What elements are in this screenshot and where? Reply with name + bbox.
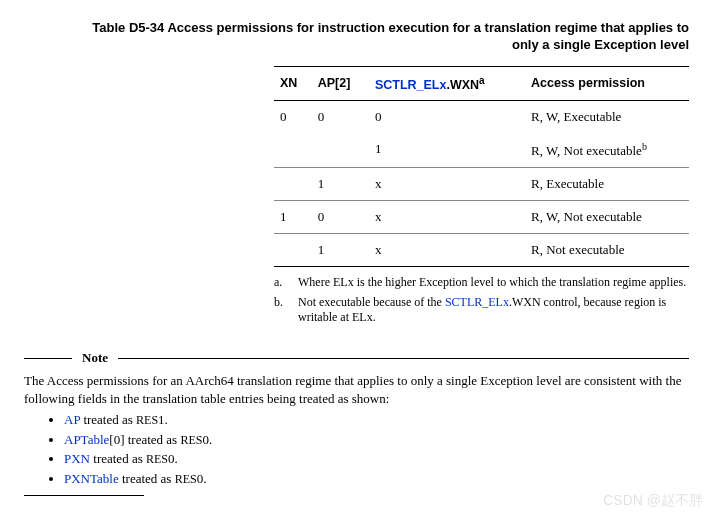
cell-wxn: x [369, 168, 525, 201]
table-row: 10xR, W, Not executable [274, 201, 689, 234]
cell-wxn: 1 [369, 133, 525, 168]
cell-xn [274, 133, 312, 168]
cell-permission: R, W, Executable [525, 100, 689, 133]
table-row: 000R, W, Executable [274, 100, 689, 133]
cell-xn: 1 [274, 201, 312, 234]
footnote-b-link[interactable]: SCTLR_ELx [445, 295, 509, 309]
permissions-table: XN AP[2] SCTLR_ELx.WXNa Access permissio… [274, 66, 689, 267]
cell-wxn: x [369, 201, 525, 234]
note-paragraph: The Access permissions for an AArch64 tr… [24, 372, 689, 407]
cell-ap2: 0 [312, 100, 369, 133]
cell-wxn: 0 [369, 100, 525, 133]
field-link[interactable]: PXN [64, 451, 90, 466]
list-item: PXN treated as RES0. [64, 450, 689, 468]
rule-left [24, 358, 72, 359]
cell-ap2: 1 [312, 168, 369, 201]
table-row: 1xR, Executable [274, 168, 689, 201]
cell-wxn: x [369, 234, 525, 267]
cell-permission: R, W, Not executableb [525, 133, 689, 168]
footnote-a: a. Where ELx is the higher Exception lev… [274, 275, 689, 291]
table-caption: Table D5-34 Access permissions for instr… [24, 20, 689, 54]
sctlr-link[interactable]: SCTLR_ELx [375, 78, 447, 92]
note-header: Note [24, 350, 689, 366]
note-bullet-list: AP treated as RES1.APTable[0] treated as… [24, 411, 689, 487]
res-keyword: RES [175, 472, 197, 486]
field-link[interactable]: AP [64, 412, 80, 427]
caption-line2: only a single Exception level [512, 37, 689, 52]
cell-xn [274, 168, 312, 201]
footnote-b: b. Not executable because of the SCTLR_E… [274, 295, 689, 326]
note-label: Note [82, 350, 108, 366]
col-access: Access permission [525, 66, 689, 100]
rule-end [24, 495, 144, 496]
footnotes: a. Where ELx is the higher Exception lev… [274, 275, 689, 326]
field-link[interactable]: APTable [64, 432, 109, 447]
table-row: 1xR, Not executable [274, 234, 689, 267]
cell-permission: R, Executable [525, 168, 689, 201]
cell-ap2: 0 [312, 201, 369, 234]
footref-a: a [479, 75, 485, 86]
list-item: AP treated as RES1. [64, 411, 689, 429]
col-wxn: SCTLR_ELx.WXNa [369, 66, 525, 100]
col-ap2: AP[2] [312, 66, 369, 100]
list-item: PXNTable treated as RES0. [64, 470, 689, 488]
cell-permission: R, Not executable [525, 234, 689, 267]
res-keyword: RES [180, 433, 202, 447]
footnote-b-text: Not executable because of the SCTLR_ELx.… [298, 295, 689, 326]
cell-xn: 0 [274, 100, 312, 133]
footnote-a-text: Where ELx is the higher Exception level … [298, 275, 686, 291]
res-keyword: RES [146, 452, 168, 466]
col-xn: XN [274, 66, 312, 100]
footnote-b-marker: b. [274, 295, 288, 326]
res-keyword: RES [136, 413, 158, 427]
field-link[interactable]: PXNTable [64, 471, 119, 486]
sctlr-suffix: .WXN [446, 78, 479, 92]
list-item: APTable[0] treated as RES0. [64, 431, 689, 449]
cell-ap2: 1 [312, 234, 369, 267]
table-row: 1R, W, Not executableb [274, 133, 689, 168]
note-body: The Access permissions for an AArch64 tr… [24, 372, 689, 496]
cell-ap2 [312, 133, 369, 168]
cell-xn [274, 234, 312, 267]
caption-line1: Table D5-34 Access permissions for instr… [92, 20, 689, 35]
cell-permission: R, W, Not executable [525, 201, 689, 234]
table-body: 000R, W, Executable1R, W, Not executable… [274, 100, 689, 266]
footref-b: b [642, 141, 647, 152]
rule-right [118, 358, 689, 359]
footnote-a-marker: a. [274, 275, 288, 291]
